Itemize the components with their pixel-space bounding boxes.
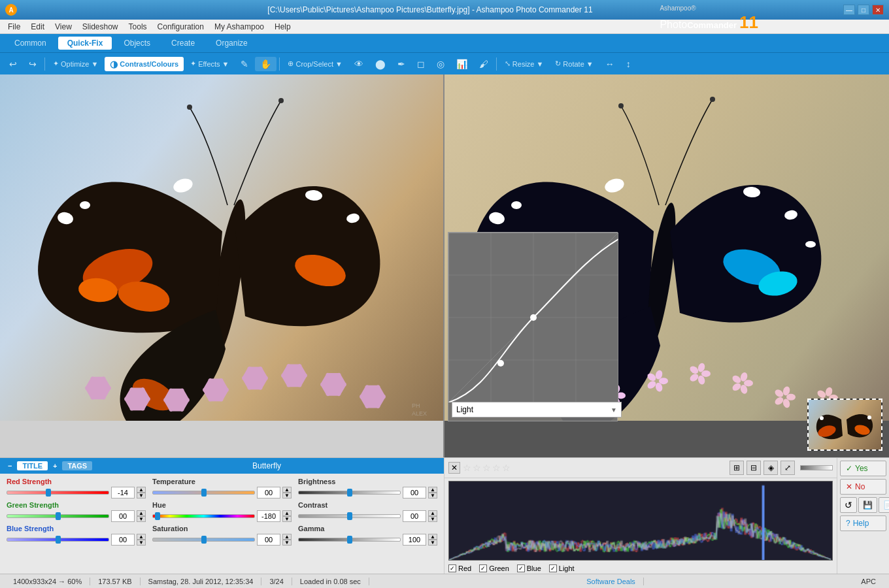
crop-select-button[interactable]: ⊕ Crop/Select ▼ <box>282 57 347 70</box>
save-button[interactable]: 💾 <box>858 497 877 513</box>
red-strength-up[interactable]: ▲ <box>137 487 146 493</box>
brightness-track[interactable] <box>298 491 401 495</box>
light-checkbox-box[interactable]: ✓ <box>549 564 557 572</box>
optimize-button[interactable]: ✦ Optimize ▼ <box>48 57 103 70</box>
flip-h-button[interactable]: ↔ <box>600 57 620 71</box>
histogram-action-1[interactable]: ⊞ <box>730 461 744 475</box>
save-as-button[interactable]: 📄 <box>879 497 889 513</box>
menu-edit[interactable]: Edit <box>25 21 50 33</box>
light-checkbox[interactable]: ✓ Light <box>549 564 575 572</box>
blue-strength-thumb[interactable] <box>56 536 61 544</box>
minimize-button[interactable]: — <box>843 5 855 15</box>
temperature-up[interactable]: ▲ <box>282 487 292 493</box>
menu-view[interactable]: View <box>50 21 77 33</box>
hue-thumb[interactable] <box>155 512 160 520</box>
gamma-down[interactable]: ▼ <box>428 540 437 546</box>
yes-button[interactable]: ✓ Yes <box>840 461 886 476</box>
tags-label-button[interactable]: TAGS <box>62 461 92 470</box>
temperature-down[interactable]: ▼ <box>282 493 292 498</box>
gamma-up[interactable]: ▲ <box>428 534 437 540</box>
green-strength-value[interactable]: 00 <box>111 510 135 522</box>
gamma-track[interactable] <box>298 538 401 542</box>
red-checkbox-box[interactable]: ✓ <box>448 564 456 572</box>
menu-slideshow[interactable]: Slideshow <box>77 21 124 33</box>
red-strength-down[interactable]: ▼ <box>137 493 146 498</box>
brightness-up[interactable]: ▲ <box>428 487 437 493</box>
tab-quickfix[interactable]: Quick-Fix <box>58 37 112 50</box>
circle-button[interactable]: ⬤ <box>370 57 391 71</box>
histogram-close-button[interactable]: ✕ <box>448 462 460 474</box>
light-dropdown[interactable]: Light ▼ <box>452 402 622 417</box>
help-button[interactable]: ? Help <box>840 515 886 531</box>
maximize-button[interactable]: □ <box>858 5 869 15</box>
tab-common[interactable]: Common <box>5 37 56 50</box>
resize-button[interactable]: ⤡ Resize ▼ <box>499 57 549 70</box>
red-checkbox[interactable]: ✓ Red <box>448 564 471 572</box>
saturation-thumb[interactable] <box>201 536 207 544</box>
temperature-track[interactable] <box>152 491 255 495</box>
tab-create[interactable]: Create <box>162 37 204 50</box>
histogram-action-2[interactable]: ⊟ <box>746 461 761 475</box>
reset-button[interactable]: ↺ <box>840 497 857 513</box>
contrast-colours-button[interactable]: ◑ Contrast/Colours <box>105 57 184 71</box>
chart-button[interactable]: 📊 <box>451 57 473 71</box>
red-strength-value[interactable]: -14 <box>111 487 135 498</box>
menu-configuration[interactable]: Configuration <box>152 21 209 33</box>
blue-strength-up[interactable]: ▲ <box>137 534 146 540</box>
contrast-value[interactable]: 00 <box>403 510 426 522</box>
saturation-value[interactable]: 00 <box>257 534 280 546</box>
eraser-button[interactable]: ◻ <box>412 57 430 71</box>
brightness-value[interactable]: 00 <box>403 487 426 498</box>
no-button[interactable]: ✕ No <box>840 479 886 495</box>
redo-button[interactable]: ↪ <box>24 57 42 71</box>
histogram-zoom-button[interactable]: ⤢ <box>780 461 795 475</box>
green-strength-down[interactable]: ▼ <box>137 516 146 522</box>
green-checkbox[interactable]: ✓ Green <box>479 564 509 572</box>
hue-down[interactable]: ▼ <box>282 516 292 522</box>
histogram-action-3[interactable]: ◈ <box>763 461 778 475</box>
star-1[interactable]: ☆ <box>463 463 471 473</box>
tab-objects[interactable]: Objects <box>114 37 159 50</box>
contrast-thumb[interactable] <box>347 512 352 520</box>
green-strength-thumb[interactable] <box>56 512 61 520</box>
gamma-value[interactable]: 100 <box>403 534 426 546</box>
hue-up[interactable]: ▲ <box>282 510 292 516</box>
menu-tools[interactable]: Tools <box>124 21 152 33</box>
brightness-thumb[interactable] <box>347 489 352 497</box>
hue-track[interactable] <box>152 514 255 518</box>
undo-button[interactable]: ↩ <box>4 57 22 71</box>
circle2-button[interactable]: ◎ <box>431 57 450 71</box>
plus-tags-button[interactable]: + <box>50 461 59 471</box>
effects-button[interactable]: ✦ Effects ▼ <box>185 57 234 70</box>
green-strength-track[interactable] <box>7 514 109 518</box>
menu-file[interactable]: File <box>3 21 25 33</box>
minus-title-button[interactable]: − <box>5 461 14 471</box>
star-4[interactable]: ☆ <box>492 463 501 473</box>
gamma-thumb[interactable] <box>347 536 352 544</box>
hand-tool-button[interactable]: ✋ <box>255 57 277 71</box>
menu-myashampoo[interactable]: My Ashampoo <box>209 21 269 33</box>
temperature-value[interactable]: 00 <box>257 487 280 498</box>
contrast-up[interactable]: ▲ <box>428 510 437 516</box>
blue-checkbox[interactable]: ✓ Blue <box>517 564 541 572</box>
close-button[interactable]: ✕ <box>872 5 884 15</box>
stamp-button[interactable]: ✎ <box>235 57 254 71</box>
red-strength-track[interactable] <box>7 491 109 495</box>
star-5[interactable]: ☆ <box>502 463 511 473</box>
brightness-down[interactable]: ▼ <box>428 493 437 498</box>
pen-button[interactable]: ✒ <box>392 57 411 71</box>
green-checkbox-box[interactable]: ✓ <box>479 564 487 572</box>
contrast-track[interactable] <box>298 514 401 518</box>
blue-checkbox-box[interactable]: ✓ <box>517 564 525 572</box>
contrast-down[interactable]: ▼ <box>428 516 437 522</box>
tab-organize[interactable]: Organize <box>207 37 257 50</box>
status-deals[interactable]: Software Deals <box>579 578 644 585</box>
title-label-button[interactable]: TITLE <box>17 461 48 470</box>
brightness-mini-slider[interactable] <box>800 465 833 470</box>
star-2[interactable]: ☆ <box>473 463 481 473</box>
temperature-thumb[interactable] <box>201 489 207 497</box>
red-strength-thumb[interactable] <box>46 489 51 497</box>
hue-value[interactable]: -180 <box>257 510 280 522</box>
green-strength-up[interactable]: ▲ <box>137 510 146 516</box>
eye-button[interactable]: 👁 <box>349 57 369 71</box>
